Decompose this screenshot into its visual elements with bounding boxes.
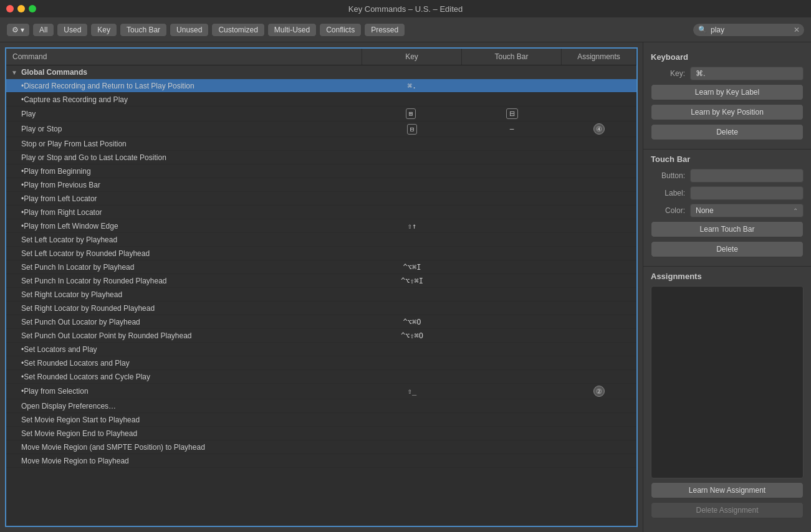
filter-touchbar-button[interactable]: Touch Bar xyxy=(120,23,167,37)
gear-menu-button[interactable]: ⚙ ▾ xyxy=(6,23,30,37)
assignments-cell xyxy=(562,274,636,287)
touchbar-cell xyxy=(462,274,562,287)
touchbar-cell xyxy=(462,192,562,205)
table-row[interactable]: •Play from Left Locator xyxy=(6,192,636,206)
table-row[interactable]: Set Movie Region Start to Playhead xyxy=(6,413,636,427)
touchbar-color-select[interactable]: None ⌃ xyxy=(690,204,804,217)
assignments-cell xyxy=(562,427,636,440)
key-cell xyxy=(362,137,462,150)
group-header-global-commands[interactable]: ▼ Global Commands xyxy=(6,65,636,79)
touchbar-cell xyxy=(462,315,562,328)
table-row[interactable]: Set Left Locator by Playhead xyxy=(6,233,636,247)
table-row[interactable]: Set Right Locator by Rounded Playhead xyxy=(6,302,636,315)
key-cell xyxy=(362,93,462,106)
table-row[interactable]: •Play from Previous Bar xyxy=(6,178,636,192)
key-cell xyxy=(362,164,462,178)
filter-customized-button[interactable]: Customized xyxy=(211,23,264,37)
table-row[interactable]: •Play from Beginning xyxy=(6,164,636,178)
command-cell: •Play from Previous Bar xyxy=(6,178,362,191)
table-row[interactable]: Open Display Preferences… xyxy=(6,399,636,413)
command-cell: •Set Locators and Play xyxy=(6,343,362,356)
filter-conflicts-button[interactable]: Conflicts xyxy=(319,23,362,37)
table-row[interactable]: •Capture as Recording and Play xyxy=(6,93,636,107)
touchbar-color-label: Color: xyxy=(651,206,685,215)
search-icon: 🔍 xyxy=(698,26,707,34)
table-row[interactable]: Set Movie Region End to Playhead xyxy=(6,427,636,440)
command-cell: •Capture as Recording and Play xyxy=(6,93,362,106)
touchbar-section-title: Touch Bar xyxy=(651,154,804,164)
table-row[interactable]: •Play from Left Window Edge⇧↑ xyxy=(6,219,636,233)
assignments-cell xyxy=(562,315,636,328)
command-cell: Set Left Locator by Rounded Playhead xyxy=(6,247,362,260)
column-header-key: Key xyxy=(362,49,462,65)
filter-unused-button[interactable]: Unused xyxy=(170,23,209,37)
table-row[interactable]: Play or Stop⊟–④ xyxy=(6,121,636,137)
filter-pressed-button[interactable]: Pressed xyxy=(364,23,405,37)
table-body[interactable]: ▼ Global Commands •Discard Recording and… xyxy=(6,65,636,526)
close-button[interactable] xyxy=(6,5,14,12)
touchbar-cell: – xyxy=(462,121,562,136)
table-row[interactable]: Set Right Locator by Playhead xyxy=(6,288,636,302)
touchbar-cell xyxy=(462,206,562,219)
keyboard-section-title: Keyboard xyxy=(651,52,804,62)
touchbar-cell xyxy=(462,151,562,164)
command-cell: Set Punch Out Locator Point by Rounded P… xyxy=(6,329,362,342)
table-row[interactable]: Play or Stop and Go to Last Locate Posit… xyxy=(6,151,636,164)
key-cell xyxy=(362,399,462,412)
touchbar-cell xyxy=(462,137,562,150)
table-row[interactable]: Play⊞⊟ xyxy=(6,107,636,121)
touchbar-cell xyxy=(462,329,562,342)
touchbar-label-input[interactable] xyxy=(690,186,804,200)
command-cell: Set Movie Region Start to Playhead xyxy=(6,413,362,426)
command-cell: •Play from Left Window Edge xyxy=(6,219,362,232)
command-cell: •Set Rounded Locators and Cycle Play xyxy=(6,370,362,383)
touchbar-cell xyxy=(462,413,562,426)
table-row[interactable]: Move Movie Region to Playhead xyxy=(6,454,636,468)
table-row[interactable]: •Play from Selection⇧_② xyxy=(6,384,636,399)
maximize-button[interactable] xyxy=(29,5,36,12)
learn-touch-bar-button[interactable]: Learn Touch Bar xyxy=(651,221,804,237)
learn-by-key-position-button[interactable]: Learn by Key Position xyxy=(651,104,804,120)
minimize-button[interactable] xyxy=(17,5,25,12)
touchbar-color-row: Color: None ⌃ xyxy=(651,204,804,217)
touchbar-section: Touch Bar Button: Label: Color: None ⌃ L… xyxy=(643,150,811,267)
table-row[interactable]: Set Left Locator by Rounded Playhead xyxy=(6,247,636,260)
group-header-label: Global Commands xyxy=(21,68,87,77)
table-row[interactable]: •Set Rounded Locators and Cycle Play xyxy=(6,370,636,384)
key-cell xyxy=(362,178,462,191)
main-content: Command Key Touch Bar Assignments ▼ Glob… xyxy=(0,42,811,532)
table-row[interactable]: •Set Locators and Play xyxy=(6,343,636,356)
filter-used-button[interactable]: Used xyxy=(57,23,88,37)
command-cell: •Discard Recording and Return to Last Pl… xyxy=(6,79,362,92)
table-row[interactable]: Stop or Play From Last Position xyxy=(6,137,636,151)
key-value: ⌘. xyxy=(690,67,804,80)
table-row[interactable]: Set Punch In Locator by Rounded Playhead… xyxy=(6,274,636,288)
key-cell: ⊟ xyxy=(362,121,462,136)
touchbar-button-label: Button: xyxy=(651,171,685,180)
table-row[interactable]: Set Punch In Locator by Playhead^⌥⌘I xyxy=(6,260,636,274)
search-clear-button[interactable]: ✕ xyxy=(794,26,800,34)
table-row[interactable]: Set Punch Out Locator by Playhead^⌥⌘O xyxy=(6,315,636,329)
title-bar: Key Commands – U.S. – Edited xyxy=(0,0,811,17)
table-row[interactable]: •Play from Right Locator xyxy=(6,206,636,219)
filter-all-button[interactable]: All xyxy=(32,23,54,37)
touchbar-button-input[interactable] xyxy=(690,169,804,183)
filter-key-button[interactable]: Key xyxy=(90,23,117,37)
filter-multiused-button[interactable]: Multi-Used xyxy=(267,23,317,37)
learn-by-key-label-button[interactable]: Learn by Key Label xyxy=(651,84,804,100)
assignments-cell xyxy=(562,178,636,191)
search-input[interactable] xyxy=(693,23,805,37)
table-row[interactable]: •Set Rounded Locators and Play xyxy=(6,356,636,370)
delete-assignment-button[interactable]: Delete Assignment xyxy=(651,502,804,518)
table-header: Command Key Touch Bar Assignments xyxy=(6,49,636,65)
learn-new-assignment-button[interactable]: Learn New Assignment xyxy=(651,482,804,498)
keyboard-delete-button[interactable]: Delete xyxy=(651,124,804,140)
table-row[interactable]: Move Movie Region (and SMPTE Position) t… xyxy=(6,440,636,454)
table-row[interactable]: Set Punch Out Locator Point by Rounded P… xyxy=(6,329,636,343)
touchbar-delete-button[interactable]: Delete xyxy=(651,241,804,257)
table-row[interactable]: •Discard Recording and Return to Last Pl… xyxy=(6,79,636,93)
touchbar-cell xyxy=(462,440,562,454)
assignments-cell xyxy=(562,343,636,356)
key-cell xyxy=(362,440,462,454)
command-cell: Play or Stop xyxy=(6,121,362,136)
